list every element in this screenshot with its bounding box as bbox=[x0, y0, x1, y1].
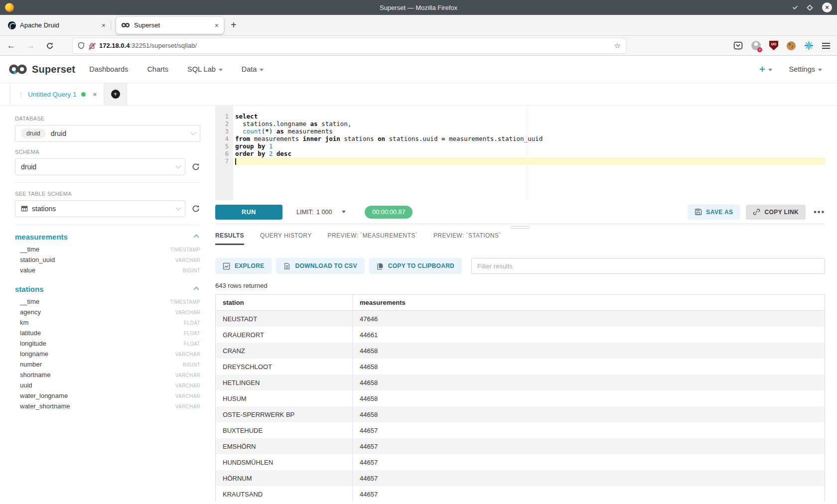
new-tab-button[interactable]: + bbox=[231, 19, 237, 31]
cell-measurements: 44657 bbox=[353, 427, 378, 434]
insecure-lock-icon[interactable] bbox=[89, 42, 95, 49]
filter-results-input[interactable] bbox=[471, 258, 825, 274]
clipboard-icon bbox=[377, 262, 384, 270]
column-row: water_longname VARCHAR bbox=[15, 392, 200, 402]
cell-station: OSTE-SPERRWERK BP bbox=[216, 406, 353, 422]
column-row: agency VARCHAR bbox=[15, 308, 200, 319]
collapse-icon[interactable] bbox=[193, 286, 199, 292]
table-row[interactable]: NEUSTADT47646 bbox=[216, 311, 825, 327]
schema-select[interactable]: druid bbox=[15, 158, 185, 175]
window-close-icon[interactable]: × bbox=[822, 2, 832, 12]
browser-tab-superset[interactable]: Superset × bbox=[116, 17, 224, 34]
tab-preview-measurements[interactable]: PREVIEW: `MEASUREMENTS` bbox=[328, 232, 418, 245]
nav-item-data[interactable]: Data bbox=[242, 65, 264, 73]
table-row[interactable]: BUXTEHUDE44657 bbox=[216, 422, 825, 438]
column-name: longname bbox=[20, 350, 48, 358]
editor-code[interactable]: select stations.longname as station, cou… bbox=[233, 106, 825, 200]
stations-columns: __time TIMESTAMP agency VARCHAR km FLOAT… bbox=[15, 298, 200, 413]
druid-favicon bbox=[8, 21, 16, 29]
window-minimize-icon[interactable] bbox=[793, 4, 798, 9]
tab-close-icon[interactable]: × bbox=[102, 21, 106, 29]
ublock-origin-icon[interactable] bbox=[769, 41, 778, 50]
column-name: __time bbox=[20, 246, 39, 253]
query-tab-close-icon[interactable]: × bbox=[93, 91, 97, 98]
database-value: druid bbox=[51, 129, 66, 137]
divider bbox=[15, 224, 200, 225]
nav-item-charts[interactable]: Charts bbox=[147, 65, 168, 73]
table-row[interactable]: EMSHÖRN44657 bbox=[216, 438, 825, 454]
column-name: water_shortname bbox=[20, 402, 70, 410]
tab-close-icon[interactable]: × bbox=[215, 21, 219, 29]
sql-editor[interactable]: 1234567 select stations.longname as stat… bbox=[215, 106, 825, 200]
nav-item-dashboards[interactable]: Dashboards bbox=[89, 65, 128, 73]
back-button[interactable]: ← bbox=[7, 41, 15, 51]
browser-tab-druid[interactable]: Apache Druid × bbox=[3, 17, 111, 34]
new-item-button[interactable]: + bbox=[759, 64, 772, 75]
account-icon[interactable] bbox=[751, 41, 761, 50]
superset-logo[interactable]: Superset bbox=[8, 63, 75, 75]
tab-preview-stations[interactable]: PREVIEW: `STATIONS` bbox=[433, 232, 501, 245]
refresh-schemas-icon[interactable] bbox=[191, 162, 200, 171]
results-header-row[interactable]: station measurements bbox=[216, 295, 825, 311]
table-row[interactable]: HÖRNUM44657 bbox=[216, 470, 825, 486]
column-type: FLOAT bbox=[184, 320, 200, 326]
cell-measurements: 44657 bbox=[353, 443, 378, 450]
pane-resize-handle[interactable] bbox=[215, 224, 825, 230]
nav-item-sqllab[interactable]: SQL Lab bbox=[187, 65, 223, 73]
column-header-station[interactable]: station bbox=[216, 295, 353, 310]
copy-link-button[interactable]: COPY LINK bbox=[746, 205, 806, 220]
url-text[interactable]: 172.18.0.4:32251/superset/sqllab/ bbox=[99, 42, 197, 49]
sqllab-main: 1234567 select stations.longname as stat… bbox=[215, 106, 825, 504]
download-csv-button[interactable]: DOWNLOAD TO CSV bbox=[276, 258, 364, 274]
more-options-button[interactable]: ••• bbox=[814, 208, 825, 217]
column-row: latitude FLOAT bbox=[15, 329, 200, 340]
table-row[interactable]: DREYSCHLOOT44658 bbox=[216, 359, 825, 375]
row-count-text: 643 rows returned bbox=[215, 282, 825, 289]
table-name[interactable]: stations bbox=[15, 285, 44, 293]
cell-station: HÖRNUM bbox=[216, 470, 353, 486]
table-row[interactable]: HETLINGEN44658 bbox=[216, 375, 825, 390]
stations-section-header[interactable]: stations bbox=[15, 285, 200, 293]
limit-dropdown[interactable]: LIMIT: 1 000 bbox=[296, 209, 346, 216]
copy-clipboard-button[interactable]: COPY TO CLIPBOARD bbox=[369, 258, 462, 274]
window-maximize-icon[interactable] bbox=[807, 4, 813, 11]
column-type: TIMESTAMP bbox=[170, 299, 200, 305]
results-rows: NEUSTADT47646GRAUERORT44661CRANZ44658DRE… bbox=[216, 311, 825, 502]
table-row[interactable]: HUNDSMÜHLEN44657 bbox=[216, 454, 825, 470]
explore-button[interactable]: EXPLORE bbox=[215, 258, 272, 274]
column-header-measurements[interactable]: measurements bbox=[353, 299, 406, 306]
table-name[interactable]: measurements bbox=[15, 233, 68, 241]
run-button[interactable]: RUN bbox=[215, 205, 282, 220]
column-row: longitude FLOAT bbox=[15, 340, 200, 350]
superset-favicon bbox=[121, 22, 130, 28]
reload-button[interactable] bbox=[46, 42, 54, 50]
database-select[interactable]: druid druid bbox=[15, 125, 200, 142]
add-query-tab-button[interactable]: + bbox=[111, 90, 120, 99]
refresh-tables-icon[interactable] bbox=[191, 204, 200, 213]
save-as-button[interactable]: SAVE AS bbox=[688, 205, 740, 220]
schema-label: SCHEMA bbox=[15, 149, 200, 155]
column-name: number bbox=[20, 361, 42, 368]
pocket-icon[interactable] bbox=[733, 41, 743, 50]
table-row[interactable]: OSTE-SPERRWERK BP44658 bbox=[216, 406, 825, 422]
query-tab[interactable]: ⋮ Untitled Query 1 × bbox=[10, 83, 104, 105]
table-row[interactable]: CRANZ44658 bbox=[216, 343, 825, 359]
settings-menu[interactable]: Settings bbox=[789, 65, 822, 73]
measurements-section-header[interactable]: measurements bbox=[15, 233, 200, 241]
menu-hamburger-icon[interactable] bbox=[822, 41, 830, 50]
drag-grip-icon[interactable]: ⋮ bbox=[17, 91, 23, 98]
tab-results[interactable]: RESULTS bbox=[215, 232, 244, 245]
table-row[interactable]: HUSUM44658 bbox=[216, 390, 825, 406]
shield-permissions-icon[interactable] bbox=[78, 42, 85, 49]
url-field[interactable]: 172.18.0.4:32251/superset/sqllab/ ☆ bbox=[73, 38, 626, 53]
cookie-extension-icon[interactable] bbox=[787, 41, 796, 50]
collapse-icon[interactable] bbox=[193, 234, 199, 240]
cell-station: HUSUM bbox=[216, 390, 353, 406]
table-row[interactable]: GRAUERORT44661 bbox=[216, 327, 825, 343]
table-row[interactable]: KRAUTSAND44657 bbox=[216, 486, 825, 502]
tab-query-history[interactable]: QUERY HISTORY bbox=[260, 232, 312, 245]
sparkle-extension-icon[interactable] bbox=[804, 41, 814, 50]
table-select[interactable]: stations bbox=[15, 200, 185, 217]
cell-measurements: 44657 bbox=[353, 475, 378, 482]
bookmark-star-icon[interactable]: ☆ bbox=[614, 41, 621, 50]
